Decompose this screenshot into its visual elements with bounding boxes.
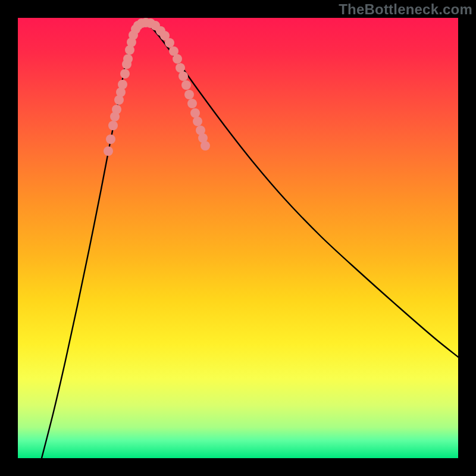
highlight-point bbox=[187, 99, 197, 108]
highlight-point bbox=[173, 54, 182, 64]
highlight-point bbox=[190, 108, 200, 118]
highlight-point bbox=[104, 146, 113, 156]
chart-frame: TheBottleneck.com bbox=[0, 0, 476, 476]
watermark-text: TheBottleneck.com bbox=[339, 1, 472, 18]
highlight-point bbox=[176, 63, 185, 73]
highlight-point bbox=[123, 54, 133, 64]
highlight-point bbox=[118, 80, 127, 89]
highlight-point bbox=[106, 134, 115, 144]
curve-layer bbox=[18, 18, 458, 458]
highlight-point bbox=[165, 38, 174, 48]
highlight-point bbox=[120, 69, 130, 79]
highlight-point bbox=[201, 141, 210, 151]
bottleneck-curve bbox=[42, 22, 458, 458]
plot-area bbox=[18, 18, 458, 458]
highlight-point bbox=[193, 117, 202, 126]
highlight-point bbox=[181, 80, 191, 90]
highlight-point bbox=[108, 121, 118, 130]
highlight-point bbox=[184, 90, 194, 99]
highlight-point bbox=[178, 71, 188, 81]
bottleneck-curve-path bbox=[42, 22, 458, 458]
highlight-points bbox=[104, 18, 210, 156]
highlight-point bbox=[112, 105, 121, 114]
